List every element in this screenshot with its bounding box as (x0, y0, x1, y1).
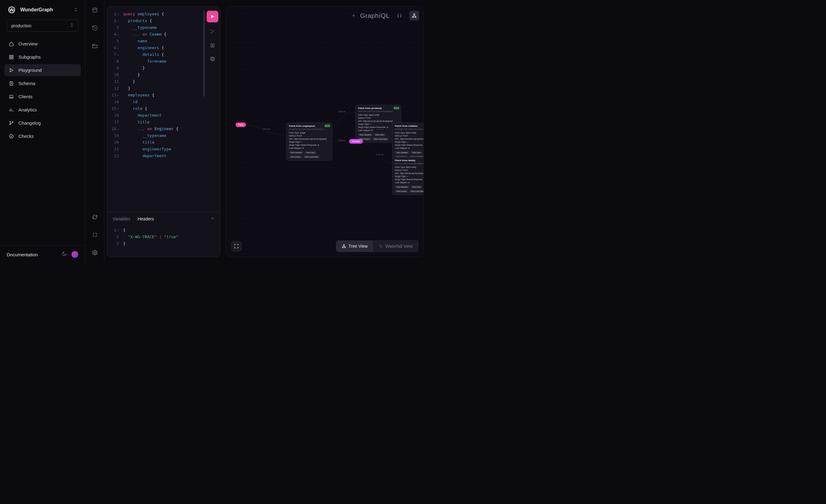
prettify-icon[interactable] (210, 29, 215, 36)
archive-icon[interactable] (90, 5, 100, 15)
updown-icon (74, 7, 78, 13)
settings-icon[interactable] (90, 248, 100, 257)
svg-point-11 (9, 134, 13, 138)
nav-overview[interactable]: Overview (4, 38, 81, 50)
check-circle-icon (9, 134, 14, 139)
svg-rect-3 (9, 57, 11, 59)
editor-rail (85, 0, 104, 263)
refresh-icon[interactable] (90, 212, 100, 222)
nav-clients[interactable]: Clients (4, 90, 81, 103)
brand-name: WunderGraph (20, 7, 70, 13)
sidebar-footer: Documentation (0, 245, 85, 258)
variables-headers-pane: Variables Headers 1 2 3 { "X-WG-TRACE" :… (107, 212, 220, 257)
grid-icon (9, 55, 14, 60)
main-nav: Overview Subgraphs Playground Schema Cli… (0, 38, 85, 142)
sidebar: WunderGraph production Overview Subgraph… (0, 0, 85, 263)
folder-icon[interactable] (90, 41, 100, 50)
nav-label: Changelog (18, 120, 41, 126)
svg-rect-23 (345, 247, 346, 248)
edge-latency: 3.44 ms (375, 128, 385, 131)
nav-label: Overview (18, 41, 38, 46)
tab-headers[interactable]: Headers (137, 216, 154, 221)
headers-gutter: 1 2 3 (107, 226, 121, 251)
parallel-node[interactable]: Parallel (349, 139, 363, 144)
merge-icon[interactable] (210, 43, 215, 49)
query-editor-panel: 1 2 3 4 5 6 7 8 9 10 11 12 13 14 15 16 1 (107, 6, 221, 257)
nav-label: Checks (18, 133, 34, 139)
query-code[interactable]: query employees { products { __typename … (121, 6, 205, 212)
svg-marker-14 (211, 15, 214, 18)
nav-analytics[interactable]: Analytics (4, 104, 81, 116)
nav-checks[interactable]: Checks (4, 130, 81, 142)
nav-label: Playground (18, 68, 42, 73)
svg-point-13 (94, 252, 96, 254)
trace-controls: Tree View Waterfall View (231, 240, 418, 252)
nav-subgraphs[interactable]: Subgraphs (4, 51, 81, 63)
environment-select[interactable]: production (7, 20, 78, 32)
svg-rect-1 (9, 55, 11, 57)
svg-rect-21 (343, 245, 345, 245)
editor-toolbar (205, 6, 220, 212)
waterfall-view-button[interactable]: Waterfall View (373, 241, 418, 252)
documentation-link[interactable]: Documentation (7, 252, 57, 257)
svg-rect-7 (10, 95, 13, 97)
svg-rect-16 (212, 58, 214, 61)
updown-icon (70, 23, 74, 28)
bar-chart-icon (9, 108, 14, 112)
nav-label: Clients (18, 94, 33, 99)
node-family[interactable]: Fetch from family 200 3517dcd4-4544-4cfb… (392, 157, 424, 195)
history-icon[interactable] (90, 23, 100, 33)
edge-latency: 3.04 ms (261, 128, 271, 130)
laptop-icon (9, 94, 14, 99)
keyboard-icon[interactable] (90, 230, 100, 239)
headers-code[interactable]: { "X-WG-TRACE" : "true" } (121, 226, 220, 251)
run-button[interactable] (206, 11, 218, 22)
edge-latency: 4.65 ms (337, 110, 346, 113)
svg-point-8 (10, 121, 11, 122)
environment-value: production (11, 23, 31, 28)
trace-tree[interactable]: Plan 3.04 ms Fetch from employees 200 e0… (226, 6, 423, 257)
nav-schema[interactable]: Schema (4, 77, 81, 89)
node-employees[interactable]: Fetch from employees 200 e0cede73-7e26-4… (286, 122, 332, 161)
svg-rect-12 (93, 8, 97, 12)
view-toggle: Tree View Waterfall View (336, 240, 418, 252)
response-panel: + GraphiQL Plan 3.04 ms Fetch from emplo… (226, 6, 424, 257)
line-gutter: 1 2 3 4 5 6 7 8 9 10 11 12 13 14 15 16 1 (107, 6, 121, 212)
wundergraph-logo-icon (7, 5, 16, 14)
scrollbar[interactable] (203, 11, 205, 97)
svg-rect-22 (342, 247, 344, 248)
svg-rect-4 (12, 57, 13, 59)
edge-latency: 5.26 ms (375, 153, 385, 156)
tab-variables[interactable]: Variables (113, 216, 130, 221)
nav-playground[interactable]: Playground (4, 64, 81, 76)
node-hobbies[interactable]: Fetch from hobbies 200 da4dc66b-7b23-4b4… (392, 122, 424, 161)
org-switcher[interactable]: WunderGraph (0, 5, 85, 20)
moon-icon[interactable] (62, 251, 67, 257)
main-area: 1 2 3 4 5 6 7 8 9 10 11 12 13 14 15 16 1 (104, 0, 430, 263)
svg-marker-5 (10, 68, 13, 72)
nav-label: Subgraphs (18, 54, 41, 60)
nav-label: Analytics (18, 107, 37, 112)
edge-latency: 3.03 ms (337, 139, 346, 142)
svg-point-9 (12, 121, 13, 122)
home-icon (9, 42, 14, 46)
svg-rect-2 (12, 55, 13, 57)
git-branch-icon (9, 121, 14, 126)
nav-label: Schema (18, 81, 35, 86)
user-avatar[interactable] (71, 251, 78, 258)
chevron-down-icon[interactable] (210, 216, 215, 221)
plan-node[interactable]: Plan (236, 122, 246, 127)
copy-icon[interactable] (210, 56, 215, 63)
document-icon (9, 81, 14, 86)
svg-rect-17 (211, 57, 214, 60)
expand-button[interactable] (231, 241, 242, 251)
tree-view-button[interactable]: Tree View (336, 241, 373, 252)
play-icon (9, 68, 14, 73)
nav-changelog[interactable]: Changelog (4, 117, 81, 129)
